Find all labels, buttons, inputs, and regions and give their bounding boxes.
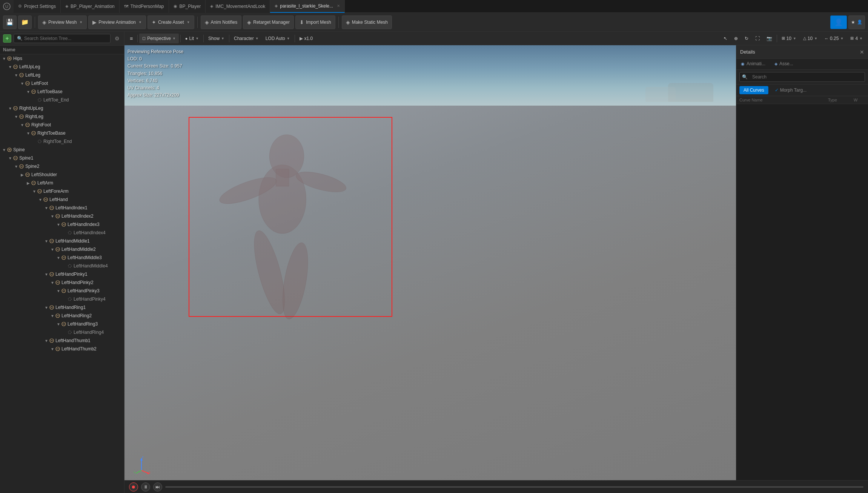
record-button[interactable]: ⏺ — [129, 482, 138, 491]
list-item[interactable]: ▼ LeftHandMiddle2 — [0, 245, 124, 253]
select-tool-button[interactable]: ↖ — [721, 34, 730, 43]
list-item[interactable]: ▼ LeftHandMiddle1 — [0, 237, 124, 245]
expand-icon[interactable]: ▼ — [44, 206, 49, 210]
character-button[interactable]: 👤 — [830, 15, 847, 29]
search-input[interactable] — [24, 36, 107, 41]
camera-button[interactable]: 📷 — [764, 34, 775, 43]
list-item[interactable]: ▼ Spine2 — [0, 162, 124, 170]
add-bone-button[interactable]: + — [3, 34, 11, 43]
list-item[interactable]: ▼ RightFoot — [0, 121, 124, 129]
make-static-mesh-button[interactable]: ◈ Make Static Mesh — [342, 15, 392, 29]
tab-third-person-map[interactable]: 🗺 ThirdPersonMap — [120, 0, 169, 13]
expand-icon[interactable]: ▼ — [8, 156, 13, 160]
expand-icon[interactable]: ▼ — [56, 289, 61, 293]
expand-icon[interactable]: ▼ — [50, 214, 55, 218]
skeleton-tree-list[interactable]: ▼ Hips ▼ LeftUpLeg ▼ LeftLeg ▼ — [0, 54, 124, 493]
show-button[interactable]: Show ▼ — [205, 34, 227, 43]
tab-close-btn[interactable]: ✕ — [337, 4, 340, 8]
viewport-menu-button[interactable]: ≡ — [127, 34, 136, 43]
expand-icon[interactable]: ▼ — [56, 223, 61, 227]
scale-button[interactable]: ⛶ — [752, 34, 763, 43]
expand-icon[interactable]: ▼ — [2, 57, 7, 61]
list-item[interactable]: ▼ LeftHandRing1 — [0, 303, 124, 312]
expand-icon[interactable]: ▼ — [20, 81, 25, 86]
expand-icon[interactable]: ▼ — [2, 148, 7, 152]
expand-icon[interactable]: ▼ — [8, 65, 13, 69]
next-frame-button[interactable]: ⏭ — [153, 482, 162, 491]
list-item[interactable]: LeftHandRing4 — [0, 328, 124, 336]
list-item[interactable]: ▼ LeftHandPinky1 — [0, 270, 124, 278]
expand-icon[interactable]: ▼ — [50, 347, 55, 351]
expand-icon[interactable]: ▼ — [38, 198, 43, 202]
anim-notifies-button[interactable]: ◈ Anim Notifies — [201, 15, 242, 29]
expand-icon[interactable]: ▼ — [14, 73, 19, 77]
expand-icon[interactable]: ▼ — [26, 90, 31, 94]
expand-icon[interactable]: ▼ — [44, 339, 49, 343]
tab-asset[interactable]: ◈ Asse... — [770, 59, 798, 69]
list-item[interactable]: ▶ LeftArm — [0, 179, 124, 187]
expand-icon[interactable]: ▼ — [44, 272, 49, 276]
expand-icon[interactable]: ▼ — [56, 322, 61, 326]
list-item[interactable]: LeftHandPinky4 — [0, 295, 124, 303]
expand-icon[interactable]: ▼ — [8, 106, 13, 111]
list-item[interactable]: LeftHandIndex4 — [0, 229, 124, 237]
tab-bp-player[interactable]: ◉ BP_Player — [169, 0, 206, 13]
angle-button[interactable]: △ 10 ▼ — [800, 34, 820, 43]
expand-icon[interactable]: ▼ — [50, 281, 55, 285]
play-button[interactable]: ▶ x1.0 — [297, 34, 316, 43]
perspective-button[interactable]: ◻ Perspective ▼ — [139, 34, 179, 43]
list-item[interactable]: ▼ LeftUpLeg — [0, 63, 124, 71]
list-item[interactable]: ▼ RightToeBase — [0, 129, 124, 137]
list-item[interactable]: ▼ LeftHandIndex3 — [0, 220, 124, 229]
list-item[interactable]: ▼ LeftLeg — [0, 71, 124, 79]
expand-icon[interactable]: ▶ — [26, 181, 31, 185]
tab-parasite-skeleton[interactable]: ◈ parasite_l_starkie_Skele... ✕ — [270, 0, 345, 13]
character-vp-button[interactable]: Character ▼ — [231, 34, 262, 43]
details-close-button[interactable]: ✕ — [860, 49, 864, 55]
list-item[interactable]: ▼ LeftHandIndex1 — [0, 204, 124, 212]
list-item[interactable]: ▼ LeftHandMiddle3 — [0, 253, 124, 262]
import-mesh-button[interactable]: ⬇ Import Mesh — [295, 15, 335, 29]
expand-icon[interactable]: ▼ — [14, 164, 19, 169]
expand-icon[interactable]: ▼ — [56, 256, 61, 260]
list-item[interactable]: RightToe_End — [0, 137, 124, 146]
lod-button[interactable]: LOD Auto ▼ — [263, 34, 293, 43]
list-item[interactable]: ▼ LeftHandPinky3 — [0, 287, 124, 295]
list-item[interactable]: ▼ Hips — [0, 54, 124, 63]
list-item[interactable]: ▼ LeftToeBase — [0, 88, 124, 96]
pause-button[interactable]: ⏸ — [141, 482, 150, 491]
expand-icon[interactable]: ▼ — [44, 239, 49, 243]
expand-icon[interactable]: ▼ — [14, 115, 19, 119]
list-item[interactable]: LeftToe_End — [0, 96, 124, 104]
list-item[interactable]: ▶ LeftShoulder — [0, 170, 124, 179]
preview-animation-button[interactable]: ▶ Preview Animation ▼ — [88, 15, 146, 29]
expand-icon[interactable]: ▼ — [50, 314, 55, 318]
viewport[interactable]: Previewing Reference Pose LOD: 0 Current… — [124, 45, 736, 480]
list-item[interactable]: ▼ LeftForeArm — [0, 187, 124, 195]
list-item[interactable]: LeftHandMiddle4 — [0, 262, 124, 270]
list-item[interactable]: ▼ Spine1 — [0, 154, 124, 162]
save-button[interactable]: 💾 — [3, 15, 17, 29]
expand-icon[interactable]: ▶ — [20, 173, 25, 177]
list-item[interactable]: ▼ LeftHandRing2 — [0, 312, 124, 320]
list-item[interactable]: ▼ LeftHand — [0, 195, 124, 204]
grid-button[interactable]: ⊞ 10 ▼ — [779, 34, 799, 43]
list-item[interactable]: ▼ LeftFoot — [0, 79, 124, 88]
tab-animation[interactable]: ◉ Animati... — [736, 59, 770, 69]
tab-imc-movement[interactable]: ◈ IMC_MovementAndLook — [206, 0, 270, 13]
morph-targets-button[interactable]: ✓ Morph Targ... — [771, 86, 811, 94]
preview-mesh-button[interactable]: ◈ Preview Mesh ▼ — [38, 15, 87, 29]
list-item[interactable]: ▼ RightUpLeg — [0, 104, 124, 112]
all-curves-button[interactable]: All Curves — [739, 86, 768, 94]
list-item[interactable]: ▼ LeftHandThumb2 — [0, 345, 124, 353]
tab-project-settings[interactable]: ⚙ Project Settings — [14, 0, 61, 13]
create-asset-button[interactable]: ✦ Create Asset ▼ — [147, 15, 194, 29]
list-item[interactable]: ▼ Spine — [0, 146, 124, 154]
rotate-button[interactable]: ↻ — [742, 34, 751, 43]
list-item[interactable]: ▼ LeftHandRing3 — [0, 320, 124, 328]
transform-button[interactable]: ⊕ — [731, 34, 741, 43]
expand-icon[interactable]: ▼ — [32, 189, 37, 194]
lit-button[interactable]: ● Lit ▼ — [182, 34, 202, 43]
list-item[interactable]: ▼ RightLeg — [0, 112, 124, 121]
details-search-input[interactable] — [749, 72, 862, 81]
